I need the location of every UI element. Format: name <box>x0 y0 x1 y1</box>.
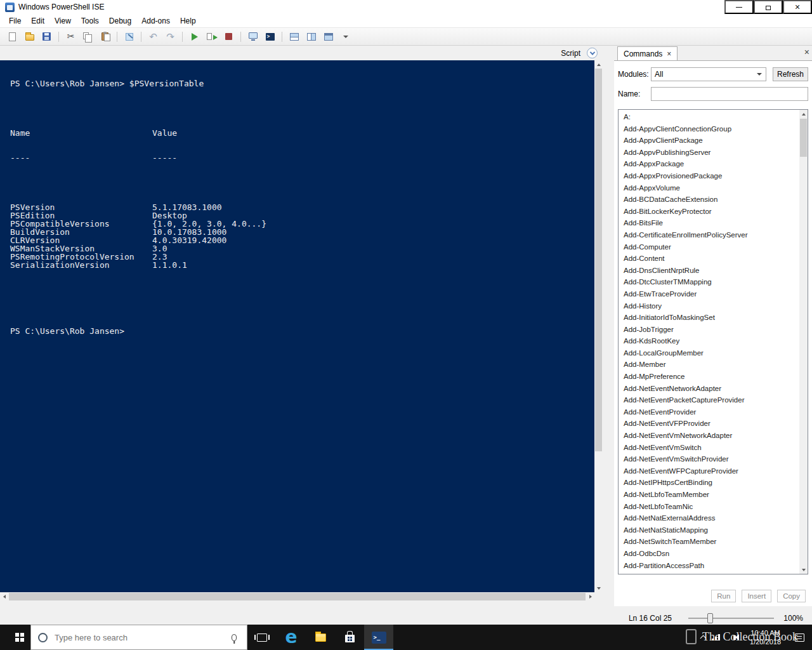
new-remote-powershell-tab-button[interactable] <box>244 29 261 44</box>
network-button[interactable] <box>711 625 728 650</box>
command-list-item[interactable]: Add-NetNatExternalAddress <box>619 512 799 524</box>
command-list-item[interactable]: Add-NetEventProvider <box>619 406 799 418</box>
menu-item[interactable]: Tools <box>76 15 104 27</box>
zoom-slider[interactable] <box>688 613 774 624</box>
command-list-item[interactable]: A: <box>619 111 799 123</box>
command-list-item[interactable]: Add-AppvClientPackage <box>619 135 799 147</box>
command-list-item[interactable]: Add-Computer <box>619 241 799 253</box>
command-list-item[interactable]: Add-OdbcDsn <box>619 548 799 560</box>
command-list-item[interactable]: Add-NetEventVmSwitchProvider <box>619 453 799 465</box>
commands-list-scrollbar[interactable] <box>799 110 808 574</box>
action-center-button[interactable] <box>787 625 812 650</box>
command-list-item[interactable]: Add-AppvClientConnectionGroup <box>619 123 799 135</box>
command-list-item[interactable]: Add-InitiatorIdToMaskingSet <box>619 312 799 324</box>
command-list-item[interactable]: Add-PartitionAccessPath <box>619 560 799 572</box>
command-list-item[interactable]: Add-NetEventNetworkAdapter <box>619 383 799 395</box>
paste-button[interactable] <box>96 29 114 44</box>
show-script-pane-top-button[interactable] <box>285 29 303 44</box>
taskbar-clock[interactable]: 10:40 AM 1/20/2018 <box>744 628 787 646</box>
name-filter-input[interactable] <box>651 87 808 101</box>
save-button[interactable] <box>38 29 55 44</box>
clear-console-button[interactable] <box>121 29 138 44</box>
script-pane-label[interactable]: Script <box>561 49 580 58</box>
stop-operation-button[interactable] <box>220 29 237 44</box>
command-list-item[interactable]: Add-NetEventVFPProvider <box>619 418 799 430</box>
command-list-item[interactable]: Add-Content <box>619 253 799 265</box>
command-list-item[interactable]: Add-JobTrigger <box>619 324 799 336</box>
scroll-up-button[interactable] <box>799 110 808 118</box>
taskbar-search[interactable] <box>30 625 247 650</box>
tab-commands[interactable]: Commands × <box>617 46 678 60</box>
copy-button[interactable] <box>79 29 96 44</box>
scrollbar-thumb[interactable] <box>800 119 807 157</box>
task-view-button[interactable] <box>247 625 277 650</box>
command-list-item[interactable]: Add-NetEventVmSwitch <box>619 442 799 454</box>
open-script-button[interactable] <box>21 29 38 44</box>
minimize-button[interactable] <box>724 0 754 14</box>
command-list-item[interactable]: Add-DnsClientNrptRule <box>619 265 799 277</box>
menu-item[interactable]: Edit <box>26 15 49 27</box>
file-explorer-button[interactable] <box>306 625 335 650</box>
scroll-left-button[interactable] <box>0 592 8 601</box>
menu-item[interactable]: File <box>4 15 26 27</box>
menu-item[interactable]: Debug <box>104 15 136 27</box>
edge-button[interactable] <box>277 625 306 650</box>
refresh-button[interactable]: Refresh <box>773 67 808 81</box>
insert-button[interactable]: Insert <box>742 590 771 602</box>
show-script-pane-right-button[interactable] <box>303 29 320 44</box>
console-vertical-scrollbar[interactable] <box>594 60 603 592</box>
menu-item[interactable]: Help <box>175 15 201 27</box>
tray-expand-button[interactable] <box>695 625 711 650</box>
command-list-item[interactable]: Add-Member <box>619 359 799 371</box>
command-list-item[interactable]: Add-LocalGroupMember <box>619 347 799 359</box>
scrollbar-thumb[interactable] <box>9 593 586 600</box>
scroll-down-button[interactable] <box>594 584 603 592</box>
close-commands-tab-icon[interactable]: × <box>667 50 671 58</box>
command-list-item[interactable]: Add-DtcClusterTMMapping <box>619 276 799 288</box>
zoom-slider-thumb[interactable] <box>707 613 713 623</box>
command-list-item[interactable]: Add-History <box>619 300 799 312</box>
console-output[interactable]: PS C:\Users\Rob Jansen> $PSVersionTable … <box>0 60 594 592</box>
command-list-item[interactable]: Add-BCDataCacheExtension <box>619 194 799 206</box>
command-list-item[interactable]: Add-AppxVolume <box>619 182 799 194</box>
command-list-item[interactable]: Add-NetEventWFPCaptureProvider <box>619 465 799 477</box>
command-list-item[interactable]: Add-KdsRootKey <box>619 335 799 347</box>
expand-script-pane-button[interactable] <box>587 48 598 58</box>
command-list-item[interactable]: Add-NetLbfoTeamMember <box>619 489 799 501</box>
scrollbar-thumb[interactable] <box>595 69 602 451</box>
new-script-button[interactable] <box>4 29 21 44</box>
console-pane[interactable]: PS C:\Users\Rob Jansen> $PSVersionTable … <box>0 60 603 601</box>
cut-button[interactable] <box>62 29 79 44</box>
command-list-item[interactable]: Add-MpPreference <box>619 371 799 383</box>
command-list-item[interactable]: Add-AppxProvisionedPackage <box>619 170 799 182</box>
start-button[interactable] <box>0 625 30 650</box>
modules-dropdown[interactable]: All <box>651 67 766 81</box>
toolbar-overflow-button[interactable] <box>341 29 351 44</box>
close-button[interactable]: × <box>783 0 812 14</box>
copy-button[interactable]: Copy <box>777 590 806 602</box>
command-list-item[interactable]: Add-NetEventVmNetworkAdapter <box>619 430 799 442</box>
menu-item[interactable]: Add-ons <box>136 15 175 27</box>
store-button[interactable] <box>335 625 364 650</box>
command-list-item[interactable]: Add-NetSwitchTeamMember <box>619 536 799 548</box>
search-input[interactable] <box>55 633 232 642</box>
command-list-item[interactable]: Add-NetIPHttpsCertBinding <box>619 477 799 489</box>
command-list-item[interactable]: Add-CertificateEnrollmentPolicyServer <box>619 229 799 241</box>
scroll-up-button[interactable] <box>594 60 603 69</box>
undo-button[interactable] <box>145 29 162 44</box>
redo-button[interactable] <box>162 29 179 44</box>
command-list-item[interactable]: Add-EtwTraceProvider <box>619 288 799 300</box>
run-selection-button[interactable] <box>203 29 220 44</box>
start-powershell-exe-button[interactable] <box>261 29 278 44</box>
command-list-item[interactable]: Add-NetEventPacketCaptureProvider <box>619 394 799 406</box>
close-commands-panel-button[interactable]: × <box>804 48 809 56</box>
console-horizontal-scrollbar[interactable] <box>0 592 594 601</box>
show-script-pane-max-button[interactable] <box>320 29 337 44</box>
run-script-button[interactable] <box>186 29 203 44</box>
command-list-item[interactable]: Add-BitLockerKeyProtector <box>619 206 799 218</box>
volume-button[interactable] <box>728 625 744 650</box>
run-button[interactable]: Run <box>711 590 736 602</box>
command-list-item[interactable]: Add-NetLbfoTeamNic <box>619 501 799 513</box>
command-list-item[interactable]: Add-NetNatStaticMapping <box>619 524 799 536</box>
scroll-down-button[interactable] <box>799 566 808 574</box>
